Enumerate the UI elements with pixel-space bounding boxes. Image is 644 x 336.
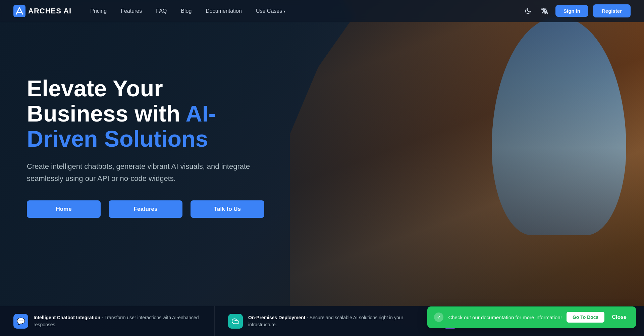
signin-button[interactable]: Sign In <box>555 5 588 17</box>
hero-subtitle: Create intelligent chatbots, generate vi… <box>27 160 262 184</box>
logo-text: ARCHES AI <box>28 7 71 15</box>
hero-talk-button[interactable]: Talk to Us <box>191 200 264 218</box>
nav-links: Pricing Features FAQ Blog Documentation … <box>85 5 291 17</box>
translate-icon <box>541 8 548 14</box>
hero-section: Elevate Your Business with AI-Driven Sol… <box>0 0 644 336</box>
nav-features[interactable]: Features <box>115 5 147 17</box>
logo[interactable]: ARCHES AI <box>13 5 71 17</box>
nav-use-cases[interactable]: Use Cases <box>251 5 291 17</box>
toast-cta-button[interactable]: Go To Docs <box>567 312 605 323</box>
navbar: ARCHES AI Pricing Features FAQ Blog Docu… <box>0 0 644 22</box>
deployment-icon <box>228 314 243 329</box>
logo-icon <box>13 5 25 17</box>
language-toggle[interactable] <box>539 5 551 17</box>
hero-title-part1: Elevate Your Business with <box>27 76 186 126</box>
toast-close-button[interactable]: Close <box>609 313 629 322</box>
nav-documentation[interactable]: Documentation <box>200 5 247 17</box>
hero-buttons: Home Features Talk to Us <box>27 200 262 218</box>
dark-mode-toggle[interactable] <box>522 5 534 17</box>
hero-title: Elevate Your Business with AI-Driven Sol… <box>27 76 262 151</box>
hero-features-button[interactable]: Features <box>109 200 182 218</box>
navbar-right: Sign In Register <box>522 4 631 17</box>
toast-notification: ✓ Check out our documentation for more i… <box>427 306 636 328</box>
feature-deployment-text: On-Premises Deployment - Secure and scal… <box>248 314 416 328</box>
register-button[interactable]: Register <box>593 4 631 17</box>
chevron-down-icon <box>283 8 285 14</box>
moon-icon <box>525 8 531 14</box>
svg-rect-0 <box>13 5 25 17</box>
nav-faq[interactable]: FAQ <box>151 5 172 17</box>
feature-chatbot: 💬 Intelligent Chatbot Integration - Tran… <box>0 306 215 336</box>
toast-check-icon: ✓ <box>434 313 443 322</box>
feature-chatbot-text: Intelligent Chatbot Integration - Transf… <box>34 314 201 328</box>
hero-home-button[interactable]: Home <box>27 200 101 218</box>
feature-deployment: On-Premises Deployment - Secure and scal… <box>215 306 429 336</box>
chatbot-icon: 💬 <box>13 314 28 329</box>
nav-blog[interactable]: Blog <box>175 5 197 17</box>
hero-content: Elevate Your Business with AI-Driven Sol… <box>0 22 288 238</box>
navbar-left: ARCHES AI Pricing Features FAQ Blog Docu… <box>13 5 291 17</box>
nav-pricing[interactable]: Pricing <box>85 5 112 17</box>
toast-message: Check out our documentation for more inf… <box>448 315 562 320</box>
